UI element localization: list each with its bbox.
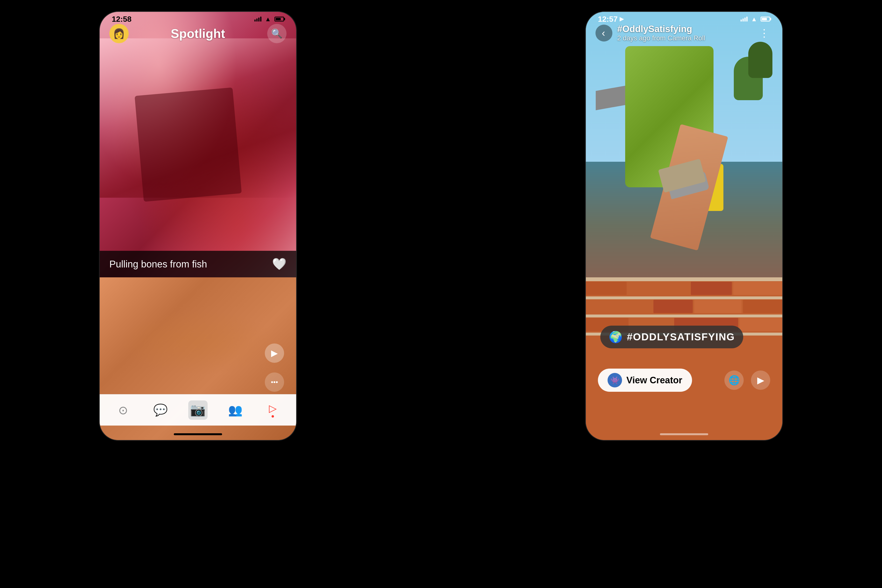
location-icon: ▶ (620, 16, 624, 22)
right-subtitle: 2 days ago from Camera Roll (617, 34, 756, 42)
mortar-top (586, 278, 782, 281)
friends-icon: 👥 (228, 404, 243, 417)
three-dots-icon: ⋮ (759, 27, 770, 39)
avatar-emoji: 👩 (113, 28, 125, 39)
brick (743, 300, 782, 313)
right-wifi-icon: ▲ (751, 15, 757, 23)
caption-text: Pulling bones from fish (110, 259, 207, 270)
left-signal-icon (254, 16, 261, 21)
search-icon: 🔍 (271, 28, 282, 39)
left-battery-icon (274, 16, 284, 21)
brick (586, 282, 627, 295)
left-phone: 12:58 ▲ 👩 Spotlight 🔍 (99, 11, 297, 441)
fish-dark-area (135, 87, 242, 202)
left-screen-content: Pulling bones from fish 🤍 ▶ ••• (100, 12, 296, 440)
nav-chat[interactable]: 💬 (142, 394, 179, 426)
right-battery-icon (760, 16, 770, 21)
search-button[interactable]: 🔍 (267, 24, 286, 43)
brick-row-1 (586, 282, 782, 295)
right-status-bar: 12:57 ▶ ▲ (586, 12, 782, 26)
right-status-icons: ▲ (741, 15, 770, 23)
right-title-block: #OddlySatisfying 2 days ago from Camera … (617, 24, 756, 42)
brick-row-2 (593, 300, 782, 313)
left-top-nav: 👩 Spotlight 🔍 (100, 24, 296, 43)
back-button[interactable]: ‹ (596, 25, 612, 42)
play-next-button[interactable]: ▶ (751, 370, 770, 390)
back-icon: ‹ (602, 27, 605, 39)
right-top-bar: ‹ #OddlySatisfying 2 days ago from Camer… (586, 24, 782, 42)
video-top[interactable]: Pulling bones from fish 🤍 (100, 12, 296, 278)
map-icon: ⊙ (118, 404, 128, 417)
person-area (586, 46, 782, 282)
mortar-2 (586, 296, 782, 299)
right-bottom-controls: 👾 View Creator 🌐 ▶ (586, 369, 782, 392)
left-time: 12:58 (112, 15, 132, 24)
home-indicator (174, 433, 222, 435)
view-creator-label: View Creator (626, 375, 682, 386)
right-bottom-icons: 🌐 ▶ (724, 370, 770, 390)
chat-icon: 💬 (153, 404, 168, 417)
nav-map[interactable]: ⊙ (105, 394, 142, 426)
play-icon: ▶ (271, 348, 278, 358)
play-button[interactable]: ▶ (265, 344, 284, 363)
left-status-icons: ▲ (254, 15, 284, 23)
brick (733, 282, 782, 295)
caption-bar: Pulling bones from fish 🤍 (100, 251, 296, 278)
right-signal-icon (741, 16, 747, 21)
camera-icon: 📷 (188, 400, 208, 420)
more-dots-icon: ••• (271, 378, 278, 386)
more-options-button[interactable]: ••• (265, 372, 284, 392)
right-phone: 12:57 ▶ ▲ ‹ #OddlySatisfying 2 days ago … (585, 11, 783, 441)
brick (593, 300, 652, 313)
play-next-icon: ▶ (757, 375, 764, 386)
heart-button[interactable]: 🤍 (272, 257, 286, 271)
brick-wall-bg (586, 278, 782, 440)
creator-avatar-emoji: 👾 (610, 376, 620, 384)
brick (740, 318, 782, 331)
nav-camera[interactable]: 📷 (179, 394, 217, 426)
bottom-nav: ⊙ 💬 📷 👥 ▷ (100, 394, 296, 426)
brick (628, 282, 689, 295)
brick (691, 282, 732, 295)
nav-friends[interactable]: 👥 (216, 394, 254, 426)
creator-avatar: 👾 (608, 373, 622, 387)
globe-button[interactable]: 🌐 (724, 370, 744, 390)
globe-icon: 🌐 (729, 375, 740, 386)
page-title: Spotlight (171, 26, 225, 41)
spotlight-icon: ▷ (269, 402, 277, 414)
right-time: 12:57 ▶ (598, 15, 624, 24)
hashtag-text: #ODDLYSATISFYING (627, 331, 735, 343)
nav-spotlight[interactable]: ▷ (254, 394, 291, 426)
hashtag-label[interactable]: 🌍 #ODDLYSATISFYING (600, 326, 743, 348)
mortar-3 (586, 315, 782, 317)
left-wifi-icon: ▲ (265, 15, 271, 23)
left-status-bar: 12:58 ▲ (100, 12, 296, 26)
home-indicator-right (660, 433, 708, 435)
spotlight-indicator (272, 415, 274, 418)
more-options-button[interactable]: ⋮ (756, 25, 772, 42)
avatar[interactable]: 👩 (110, 24, 129, 43)
globe-emoji: 🌍 (609, 330, 622, 344)
brick (653, 300, 693, 313)
view-creator-button[interactable]: 👾 View Creator (598, 369, 692, 392)
brick (694, 300, 741, 313)
bottom-highlight (119, 310, 276, 375)
